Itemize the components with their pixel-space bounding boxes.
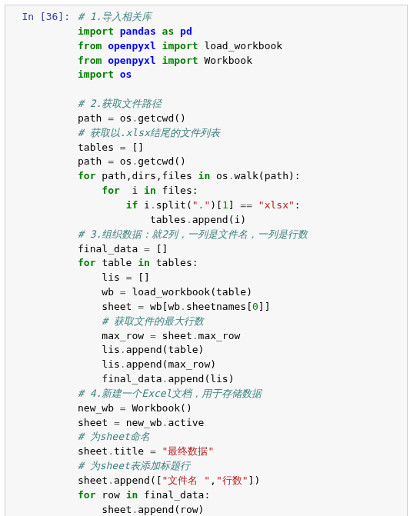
code-token: ) xyxy=(246,286,252,298)
code-token: files xyxy=(162,170,192,181)
code-token: active xyxy=(168,417,204,428)
code-token: = xyxy=(108,112,114,124)
code-token: os xyxy=(120,68,132,80)
code-cell: In [36]: # 1.导入相关库 import pandas as pd f… xyxy=(5,5,408,516)
code-token: append xyxy=(114,474,150,486)
code-token: new_wb xyxy=(126,417,162,428)
code-token: sheet xyxy=(102,504,132,515)
code-token: # 2.获取文件路径 xyxy=(78,98,162,109)
code-token: : xyxy=(192,257,198,268)
code-token: ]) xyxy=(248,474,261,486)
code-token: . xyxy=(120,344,126,355)
code-token: i xyxy=(144,199,150,211)
code-token: . xyxy=(120,358,126,370)
code-area[interactable]: # 1.导入相关库 import pandas as pd from openp… xyxy=(78,10,401,516)
code-token: if xyxy=(126,199,138,211)
code-token: = xyxy=(126,271,132,283)
code-token: ( xyxy=(258,170,265,181)
code-token: )[ xyxy=(210,199,222,211)
code-token: load_workbook xyxy=(204,40,282,52)
code-token: sheet xyxy=(102,301,132,312)
code-token: tables xyxy=(150,214,186,225)
code-token: title xyxy=(114,445,144,457)
code-token: openpyxl xyxy=(108,40,156,52)
code-token: () xyxy=(174,155,186,167)
code-token: = xyxy=(108,155,114,167)
code-token: max_row xyxy=(168,358,210,370)
code-token: = xyxy=(120,141,126,153)
code-token: . xyxy=(108,445,114,457)
code-token: split xyxy=(156,199,186,211)
code-token: # 为sheet命名 xyxy=(78,431,150,442)
code-token: ) xyxy=(210,358,216,370)
code-token: tables xyxy=(156,257,192,268)
code-token: append xyxy=(126,358,162,370)
code-token: : xyxy=(295,199,301,211)
code-token: = xyxy=(150,445,156,457)
code-token: in xyxy=(198,170,211,181)
code-token: "." xyxy=(192,199,210,211)
code-token: from xyxy=(78,55,102,66)
code-token: ) xyxy=(198,344,205,355)
code-token: sheet xyxy=(78,445,108,457)
code-token: ( xyxy=(210,286,216,298)
code-token: : xyxy=(192,185,198,196)
code-token: wb xyxy=(150,301,162,312)
code-token: = xyxy=(120,402,126,414)
code-token: in xyxy=(144,185,156,196)
code-token: append xyxy=(126,344,162,355)
code-token: 1 xyxy=(222,199,228,211)
code-token: = xyxy=(120,286,126,298)
code-token: lis xyxy=(210,373,228,385)
code-token: for xyxy=(78,257,95,268)
code-token: from xyxy=(78,40,102,52)
code-token: for xyxy=(78,489,95,501)
code-token: ( xyxy=(186,199,192,211)
code-token: os xyxy=(120,112,132,124)
code-token: , xyxy=(156,170,162,181)
code-token: . xyxy=(108,474,114,486)
code-token: . xyxy=(186,214,192,225)
code-token: sheet xyxy=(78,417,108,428)
code-token: path xyxy=(78,112,102,124)
code-token: . xyxy=(150,199,156,211)
code-token: = xyxy=(150,330,156,341)
code-token: # 为sheet表添加标题行 xyxy=(78,460,190,471)
code-token: , xyxy=(210,474,216,486)
code-token: ]] xyxy=(258,301,271,312)
code-token: ) xyxy=(198,504,205,515)
code-token: sheetnames xyxy=(186,301,246,312)
code-token: wb xyxy=(102,286,114,298)
code-token: # 获取以.xlsx结尾的文件列表 xyxy=(78,127,220,138)
code-token: ) xyxy=(240,214,246,225)
code-token: import xyxy=(162,40,198,52)
code-token: os xyxy=(120,155,132,167)
code-token: ) xyxy=(228,373,235,385)
code-token: [] xyxy=(132,141,144,153)
code-token: files xyxy=(162,185,192,196)
code-token: ] xyxy=(228,199,235,211)
code-token: os xyxy=(216,170,228,181)
code-token: [ xyxy=(246,301,252,312)
code-token: . xyxy=(192,330,198,341)
code-token: path xyxy=(78,155,102,167)
code-token: ( xyxy=(174,504,180,515)
code-token: final_data xyxy=(78,243,138,255)
code-token: append xyxy=(168,373,204,385)
code-token: dirs xyxy=(132,170,155,181)
code-token: final_data xyxy=(102,373,162,385)
input-prompt: In [36]: xyxy=(12,10,78,25)
code-token: pandas xyxy=(120,25,156,37)
code-token: . xyxy=(228,170,235,181)
code-token: . xyxy=(180,301,186,312)
code-token: Workbook xyxy=(204,55,252,66)
code-token: pd xyxy=(180,25,192,37)
code-token: load_workbook xyxy=(132,286,210,298)
code-token: () xyxy=(180,402,192,414)
code-token: import xyxy=(78,68,114,80)
code-token: getcwd xyxy=(138,155,174,167)
code-token: () xyxy=(174,112,186,124)
code-token: append xyxy=(138,504,174,515)
code-token: row xyxy=(180,504,198,515)
code-token: path xyxy=(102,170,125,181)
